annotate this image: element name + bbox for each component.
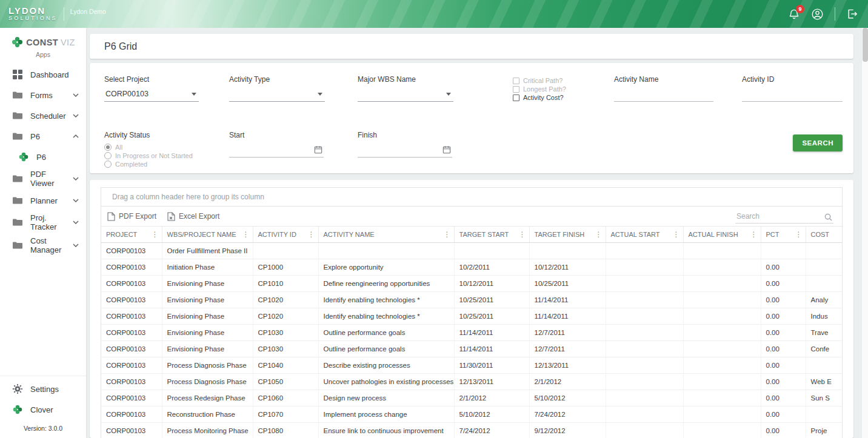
sidebar-item-planner[interactable]: Planner — [0, 190, 86, 211]
table-cell: 12/7/2011 — [529, 325, 606, 341]
column-header-project[interactable]: PROJECT⋮ — [101, 227, 162, 243]
pdf-export-button[interactable]: PDF Export — [107, 212, 156, 221]
column-header-label: ACTUAL FINISH — [689, 231, 738, 238]
table-row[interactable]: CORP00103Process Diagnosis PhaseCP1050Un… — [101, 374, 842, 390]
status-option-all: All — [104, 143, 193, 151]
sidebar-item-dashboard[interactable]: Dashboard — [0, 64, 86, 85]
sidebar-item-cost-manager[interactable]: Cost Manager — [0, 234, 86, 257]
table-row[interactable]: CORP00103Initiation PhaseCP1000Explore o… — [101, 259, 842, 276]
major-wbs-value[interactable] — [358, 90, 453, 99]
major-wbs-dropdown[interactable] — [358, 87, 453, 102]
column-header-wbs-project-name[interactable]: WBS/PROJECT NAME⋮ — [162, 227, 253, 243]
checkbox-critical-path[interactable] — [513, 78, 519, 84]
radio-all[interactable] — [104, 144, 112, 151]
table-cell: Confe — [806, 341, 842, 357]
select-project-value[interactable] — [104, 90, 199, 99]
select-project-field: Select Project — [104, 75, 199, 102]
table-cell — [606, 243, 683, 259]
sidebar-item-p6[interactable]: P6 — [0, 126, 86, 147]
activity-type-dropdown[interactable] — [229, 87, 325, 102]
sidebar-item-p6-sub[interactable]: P6 — [0, 147, 86, 167]
lydon-logo[interactable]: LYDON SOLUTIONS — [8, 6, 58, 22]
column-header-cost[interactable]: COST⋮ — [806, 227, 842, 243]
chevron-down-icon — [73, 244, 79, 247]
checkbox-label: Activity Cost? — [523, 94, 564, 101]
calendar-icon[interactable] — [314, 145, 322, 154]
notifications-button[interactable]: 9 — [788, 8, 800, 20]
table-cell: CP1030 — [253, 325, 318, 341]
finish-date-input[interactable] — [358, 145, 452, 155]
column-header-activity-id[interactable]: ACTIVITY ID⋮ — [253, 227, 318, 243]
column-menu-icon[interactable]: ⋮ — [750, 230, 758, 239]
sidebar-item-clover[interactable]: Clover — [0, 399, 86, 420]
column-menu-icon[interactable]: ⋮ — [795, 230, 803, 239]
column-header-actual-start[interactable]: ACTUAL START⋮ — [606, 227, 683, 243]
table-row[interactable]: CORP00103Envisioning PhaseCP1020Identify… — [101, 308, 842, 325]
checkbox-activity-cost[interactable] — [513, 95, 519, 101]
account-button[interactable] — [811, 8, 824, 21]
checkbox-longest-path[interactable] — [513, 86, 519, 93]
table-cell: Envisioning Phase — [162, 325, 253, 341]
column-menu-icon[interactable]: ⋮ — [595, 230, 603, 239]
table-cell: CORP00103 — [101, 374, 162, 390]
sidebar-item-pdf-viewer[interactable]: PDF Viewer — [0, 167, 86, 190]
calendar-icon[interactable] — [442, 145, 451, 154]
sidebar-item-label: Settings — [30, 385, 79, 394]
sidebar-item-label: PDF Viewer — [30, 170, 70, 188]
activity-name-input[interactable] — [614, 90, 713, 99]
search-button[interactable]: SEARCH — [793, 134, 843, 151]
table-row[interactable]: CORP00103Envisioning PhaseCP1030Outline … — [101, 325, 842, 341]
table-cell: 0.00 — [761, 406, 806, 423]
sidebar-item-forms[interactable]: Forms — [0, 85, 86, 105]
table-cell: 11/30/2011 — [454, 357, 529, 374]
column-header-target-start[interactable]: TARGET START⋮ — [454, 227, 529, 243]
table-cell — [683, 374, 761, 390]
table-cell: 10/25/2011 — [454, 308, 529, 325]
table-row[interactable]: CORP00103Envisioning PhaseCP1010Define r… — [101, 276, 842, 292]
activity-type-label: Activity Type — [229, 75, 325, 84]
column-menu-icon[interactable]: ⋮ — [444, 230, 451, 239]
column-header-label: ACTIVITY NAME — [324, 231, 375, 238]
table-cell: 11/14/2011 — [529, 292, 606, 308]
folder-icon — [12, 240, 23, 251]
grid-search-input[interactable] — [735, 210, 833, 224]
column-menu-icon[interactable]: ⋮ — [152, 230, 159, 239]
select-project-label: Select Project — [104, 75, 199, 84]
folder-icon — [12, 195, 23, 206]
search-icon[interactable] — [824, 213, 832, 221]
constviz-brand[interactable]: CONSTVIZ — [0, 28, 86, 50]
app-header: LYDON SOLUTIONS Lydon Demo 9 — [0, 0, 868, 28]
table-row[interactable]: CORP00103Envisioning PhaseCP1020Identify… — [101, 292, 842, 308]
radio-in-progress-or-not-started[interactable] — [104, 152, 112, 159]
table-cell: 10/2/2011 — [454, 259, 529, 276]
sidebar-item-scheduler[interactable]: Scheduler — [0, 105, 86, 126]
select-project-dropdown[interactable] — [104, 87, 199, 102]
logout-button[interactable] — [846, 8, 858, 20]
activity-name-field: Activity Name — [614, 75, 713, 102]
activity-type-value[interactable] — [229, 90, 325, 99]
start-date-input[interactable] — [229, 145, 324, 155]
column-menu-icon[interactable]: ⋮ — [308, 230, 315, 239]
table-row[interactable]: CORP00103Process Monitoring PhaseCP1080E… — [101, 423, 842, 438]
column-menu-icon[interactable]: ⋮ — [673, 230, 680, 239]
excel-export-button[interactable]: Excel Export — [167, 212, 219, 221]
sidebar-item-settings[interactable]: Settings — [0, 379, 86, 399]
person-icon — [811, 8, 824, 21]
table-row[interactable]: CORP00103Order Fullfillment Phase II — [101, 243, 842, 259]
column-header-pct[interactable]: PCT⋮ — [761, 227, 806, 243]
activity-id-input[interactable] — [742, 90, 843, 99]
table-row[interactable]: CORP00103Process Diagnosis PhaseCP1040De… — [101, 357, 842, 374]
sidebar-item-proj-tracker[interactable]: Proj. Tracker — [0, 211, 86, 234]
column-header-actual-finish[interactable]: ACTUAL FINISH⋮ — [683, 227, 761, 243]
table-row[interactable]: CORP00103Envisioning PhaseCP1030Outline … — [101, 341, 842, 357]
column-header-activity-name[interactable]: ACTIVITY NAME⋮ — [318, 227, 454, 243]
column-header-target-finish[interactable]: TARGET FINISH⋮ — [529, 227, 606, 243]
table-row[interactable]: CORP00103Reconstruction PhaseCP1070Imple… — [101, 406, 842, 423]
table-row[interactable]: CORP00103Process Redesign PhaseCP1060Des… — [101, 390, 842, 406]
scrollbar-thumb[interactable] — [863, 28, 868, 62]
vertical-scrollbar[interactable] — [861, 28, 868, 438]
table-cell — [606, 390, 683, 406]
column-menu-icon[interactable]: ⋮ — [242, 230, 250, 239]
column-menu-icon[interactable]: ⋮ — [519, 230, 526, 239]
radio-completed[interactable] — [104, 161, 112, 168]
